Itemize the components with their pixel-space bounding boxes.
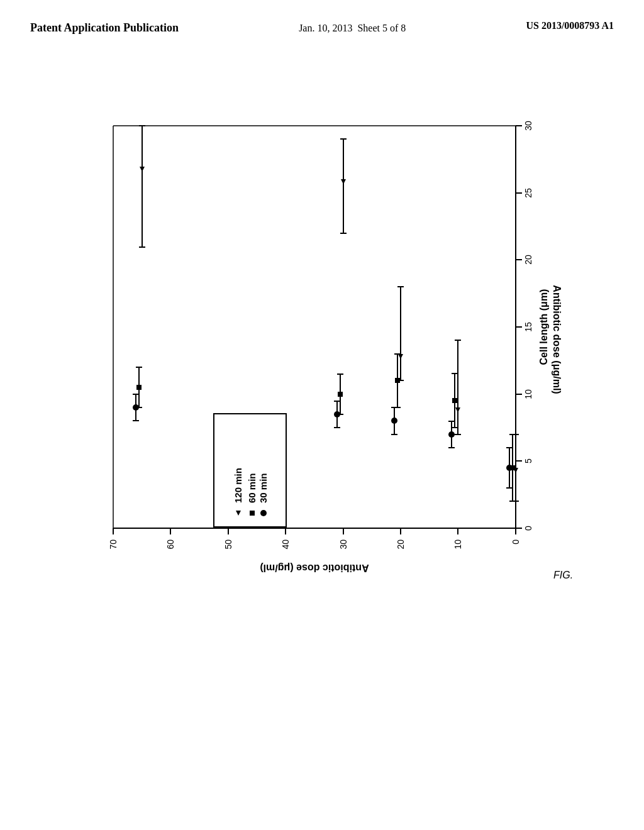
svg-marker-48	[398, 354, 403, 359]
svg-text:Cell length (μm): Cell length (μm)	[538, 289, 549, 365]
svg-text:30 min: 30 min	[258, 473, 269, 503]
svg-rect-68	[395, 378, 400, 383]
svg-text:30: 30	[338, 540, 348, 550]
publication-date-sheet: Jan. 10, 2013 Sheet 5 of 8	[299, 20, 406, 36]
svg-text:30: 30	[523, 121, 533, 131]
svg-rect-64	[452, 398, 457, 403]
svg-rect-97	[214, 414, 286, 527]
svg-marker-44	[455, 407, 460, 412]
svg-text:20: 20	[396, 540, 406, 550]
svg-point-92	[334, 411, 340, 418]
svg-text:60 min: 60 min	[247, 473, 257, 503]
y-ticks: 0 10 20 30 40 50 60 70	[108, 528, 521, 550]
svg-point-84	[448, 431, 455, 438]
svg-point-88	[391, 418, 397, 424]
svg-point-102	[260, 510, 267, 516]
svg-text:15: 15	[523, 322, 533, 332]
publication-number: US 2013/0008793 A1	[526, 20, 614, 31]
figure-label: FIG. 3(c)	[553, 570, 572, 580]
series-30min	[133, 394, 513, 488]
svg-text:120 min: 120 min	[233, 468, 243, 503]
x-ticks: 0 5 10 15 20 25 30	[516, 121, 533, 531]
chart-svg: 0 5 10 15 20 25 30 Cell length (μm)	[57, 101, 572, 616]
svg-rect-72	[338, 392, 343, 397]
chart-container: 0 5 10 15 20 25 30 Cell length (μm)	[50, 75, 566, 616]
svg-text:0: 0	[523, 526, 533, 531]
svg-text:70: 70	[108, 540, 118, 550]
svg-rect-76	[136, 385, 142, 390]
series-60min	[136, 354, 516, 501]
svg-rect-100	[250, 511, 255, 516]
svg-text:10: 10	[523, 389, 533, 399]
svg-text:10: 10	[453, 540, 463, 550]
svg-text:20: 20	[523, 255, 533, 265]
svg-text:5: 5	[523, 458, 533, 463]
svg-point-96	[133, 404, 139, 411]
series-120min	[139, 126, 519, 501]
svg-text:Antibiotic dose (μg/ml): Antibiotic dose (μg/ml)	[260, 563, 369, 573]
svg-text:0: 0	[511, 540, 521, 545]
svg-text:25: 25	[523, 188, 533, 198]
svg-point-80	[506, 465, 513, 471]
y-axis-title: Antibiotic dose (μg/ml)	[552, 285, 562, 394]
svg-text:60: 60	[165, 540, 175, 550]
svg-text:40: 40	[280, 540, 291, 550]
svg-marker-52	[341, 179, 346, 184]
svg-text:50: 50	[223, 540, 233, 550]
publication-title: Patent Application Publication	[30, 20, 179, 36]
svg-marker-56	[140, 167, 145, 172]
